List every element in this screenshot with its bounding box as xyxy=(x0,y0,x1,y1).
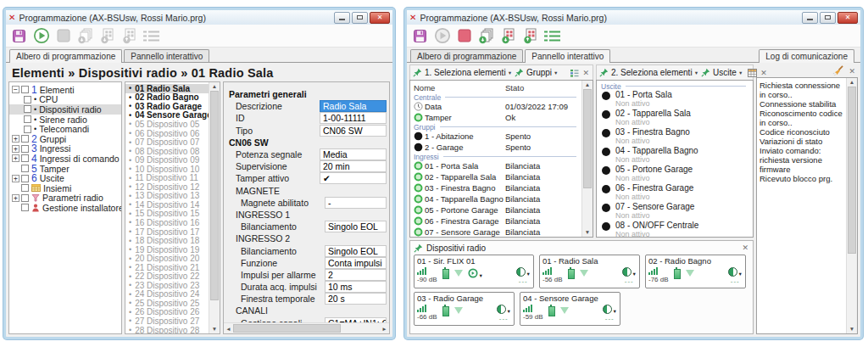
checkbox[interactable] xyxy=(24,115,31,123)
device-list-item[interactable]: •04 Sensore Garage xyxy=(125,111,209,120)
tree-item-gruppi[interactable]: +2Gruppi xyxy=(9,134,121,144)
checkbox[interactable] xyxy=(24,105,31,113)
checkbox[interactable] xyxy=(21,145,29,153)
param-value-field[interactable]: 1-00-11111 xyxy=(320,112,387,124)
read-prg-button[interactable] xyxy=(97,26,117,46)
minimize-button[interactable] xyxy=(802,12,818,24)
output-state-icon[interactable] xyxy=(602,92,610,100)
scroll-down-icon[interactable]: ▼ xyxy=(209,325,220,333)
device-list-item[interactable]: •21 Dispositivo 21 xyxy=(125,263,209,272)
scroll-thumb[interactable] xyxy=(848,87,856,254)
tab-pannello-interattivo[interactable]: Pannello interattivo xyxy=(124,49,209,62)
status-row[interactable]: 2 - GarageSpento xyxy=(414,142,581,153)
chevron-down-icon[interactable]: ▼ xyxy=(632,271,637,277)
param-value-field[interactable]: CN06 SW xyxy=(320,125,387,137)
param-value-field[interactable]: 20 s xyxy=(325,293,387,305)
chevron-down-icon[interactable]: ▼ xyxy=(507,309,511,314)
device-list-item[interactable]: •24 Dispositivo 24 xyxy=(125,290,209,299)
output-item[interactable]: 03 - Finestra BagnoNon attivo xyxy=(601,127,751,146)
device-list-item[interactable]: •23 Dispositivo 23 xyxy=(125,281,209,290)
view-list-icon[interactable] xyxy=(570,69,579,77)
close-button[interactable]: ✕ xyxy=(837,12,858,24)
tab-albero-di-programmazione[interactable]: Albero di programmazione xyxy=(9,49,122,63)
scroll-down-icon[interactable]: ▼ xyxy=(582,228,593,237)
panel1-close-icon[interactable]: ✕ xyxy=(581,69,590,77)
stop-button[interactable] xyxy=(454,26,474,46)
output-toggle-icon[interactable] xyxy=(622,267,632,277)
tree-item-parametri-radio[interactable]: +Parametri radio xyxy=(9,193,121,204)
param-value-field[interactable]: Singolo EOL xyxy=(325,245,387,257)
output-state-icon[interactable] xyxy=(602,185,610,193)
device-list-item[interactable]: •05 Dispositivo 05 xyxy=(125,120,209,129)
output-toggle-icon[interactable] xyxy=(728,267,737,277)
minimize-button[interactable] xyxy=(334,12,350,24)
checkbox[interactable] xyxy=(24,96,31,104)
param-value-field[interactable]: Singolo EOL xyxy=(325,221,387,232)
param-value-field[interactable]: 2 xyxy=(325,269,387,281)
scroll-down-icon[interactable]: ▼ xyxy=(847,325,857,333)
tab-pannello-interattivo[interactable]: Pannello interattivo xyxy=(525,49,610,63)
output-item[interactable]: 07 - Sensore GarageNon attivo xyxy=(601,202,751,221)
expand-icon[interactable]: + xyxy=(12,175,19,182)
device-list-item[interactable]: •25 Dispositivo 25 xyxy=(125,299,209,308)
column-nome[interactable]: Nome xyxy=(414,83,505,92)
device-list-item[interactable]: •07 Dispositivo 07 xyxy=(125,137,209,147)
device-list-item[interactable]: •15 Dispositivo 15 xyxy=(125,210,209,219)
checkbox[interactable] xyxy=(24,126,31,133)
chevron-down-icon[interactable]: ▼ xyxy=(613,309,617,314)
expand-icon[interactable]: + xyxy=(12,194,19,202)
output-toggle-icon[interactable] xyxy=(497,305,506,314)
expand-icon[interactable]: + xyxy=(12,145,19,153)
clear-log-icon[interactable] xyxy=(832,65,843,76)
tree-item-insiemi[interactable]: Insiemi xyxy=(9,183,121,193)
tree-item-dispositivi-radio[interactable]: •Dispositivi radio xyxy=(9,104,121,115)
status-row[interactable]: TamperOk xyxy=(414,112,581,123)
parameters-hscrollbar[interactable]: ◄ ► xyxy=(224,322,389,333)
expand-icon[interactable]: + xyxy=(12,135,19,143)
device-list-item[interactable]: •18 Dispositivo 18 xyxy=(125,236,209,245)
tree-item-elementi[interactable]: −1Elementi xyxy=(9,85,121,95)
write-prg-button[interactable] xyxy=(120,26,139,46)
checkbox[interactable] xyxy=(21,204,29,211)
tab-albero-di-programmazione[interactable]: Albero di programmazione xyxy=(410,49,523,62)
status-row[interactable]: 06 - Finestra GarageBilanciata xyxy=(414,215,581,227)
param-value-field[interactable]: 20 min xyxy=(320,160,387,172)
device-list-scrollbar[interactable]: ▲ ▼ xyxy=(209,82,220,333)
panel1-scrollbar[interactable]: ▲ ▼ xyxy=(581,81,593,237)
tree-item-gestione-installatore[interactable]: Gestione installatore xyxy=(9,203,121,213)
device-list-item[interactable]: •11 Dispositivo 11 xyxy=(125,173,209,182)
collapse-icon[interactable]: − xyxy=(12,86,19,93)
device-list-item[interactable]: •08 Dispositivo 08 xyxy=(125,147,209,156)
tree-item-ingressi-di-comando[interactable]: +4Ingressi di comando xyxy=(9,154,121,164)
radio-devices-close-icon[interactable]: ✕ xyxy=(741,243,749,252)
device-list-item[interactable]: •03 Radio Garage xyxy=(125,102,209,111)
checkbox[interactable] xyxy=(21,165,29,172)
read-prg-button[interactable] xyxy=(498,26,518,46)
checkbox[interactable] xyxy=(21,184,29,192)
tree-item-cpu[interactable]: •CPU xyxy=(9,95,121,105)
device-list-item[interactable]: •19 Dispositivo 19 xyxy=(125,245,209,255)
checkbox[interactable] xyxy=(21,86,29,93)
output-state-icon[interactable] xyxy=(602,166,610,175)
status-row[interactable]: 04 - Tapparella BagnoBilanciata xyxy=(414,193,581,204)
panel2-selector-dropdown[interactable]: 2. Seleziona elementi▼ xyxy=(611,68,698,77)
device-list-item[interactable]: •27 Dispositivo 27 xyxy=(125,316,209,326)
column-stato[interactable]: Stato xyxy=(505,83,581,92)
scroll-up-icon[interactable]: ▲ xyxy=(847,78,857,87)
write-prg-button[interactable] xyxy=(520,26,540,46)
scroll-right-icon[interactable]: ► xyxy=(380,326,389,332)
tree-item-sirene-radio[interactable]: •Sirene radio xyxy=(9,115,121,125)
event-list-button[interactable] xyxy=(542,26,562,46)
output-item[interactable]: 05 - Portone GarageNon attivo xyxy=(601,165,751,183)
save-button[interactable] xyxy=(9,26,29,46)
device-list-item[interactable]: •12 Dispositivo 12 xyxy=(125,182,209,192)
tree-item-tamper[interactable]: 5Tamper xyxy=(9,164,121,174)
device-list-item[interactable]: •20 Dispositivo 20 xyxy=(125,254,209,263)
output-state-icon[interactable] xyxy=(602,148,610,156)
panel1-selector-dropdown[interactable]: 1. Seleziona elementi▼ xyxy=(425,68,512,77)
output-item[interactable]: 04 - Tapparella BagnoNon attivo xyxy=(601,146,751,165)
device-list-item[interactable]: •09 Dispositivo 09 xyxy=(125,155,209,165)
scroll-up-icon[interactable]: ▲ xyxy=(209,82,220,91)
param-value-field[interactable]: Conta impulsi xyxy=(325,257,387,269)
param-value-field[interactable]: Radio Sala xyxy=(320,100,387,112)
